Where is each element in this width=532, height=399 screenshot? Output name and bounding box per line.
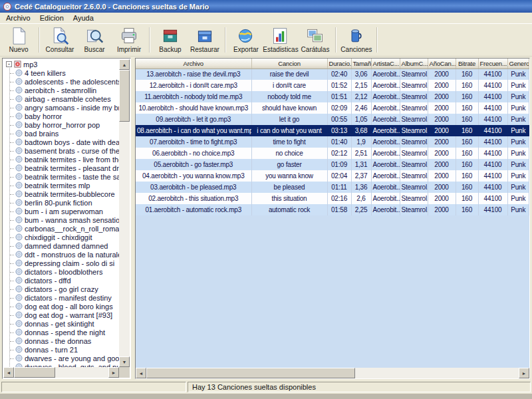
- toolbar-button-buscar[interactable]: Buscar: [77, 25, 112, 55]
- tree-item[interactable]: airbag - ensamble cohetes: [5, 94, 119, 103]
- cell-ano: 2000: [428, 125, 456, 136]
- tree-item[interactable]: chixdiggit - chixdiggit: [5, 233, 119, 241]
- tree-item[interactable]: dictators - bloodblothers: [5, 267, 119, 276]
- table-row[interactable]: 02.aerobitch - this situation.mp3 this s…: [136, 193, 529, 204]
- tree-horizontal-scrollbar[interactable]: ◄ ►: [3, 367, 119, 378]
- tree-item[interactable]: baby horror_horror pop: [5, 120, 119, 129]
- cell-artista: Aoerobit...: [371, 193, 400, 204]
- column-header[interactable]: Frecuen...: [478, 59, 507, 68]
- table-horizontal-scrollbar[interactable]: ◄ ►: [136, 368, 529, 378]
- scroll-right-icon[interactable]: ►: [108, 367, 119, 378]
- table-row[interactable]: 05.aerobitch - go faster.mp3 go faster 0…: [136, 159, 529, 170]
- table-row[interactable]: 03.aerobitch - be pleased.mp3 be pleased…: [136, 182, 529, 193]
- scroll-up-icon[interactable]: ▲: [119, 59, 130, 70]
- table-row[interactable]: 11.aerobitch - nobody told me.mp3 nobody…: [136, 91, 529, 102]
- tree-item[interactable]: bum - i am superwoman: [5, 207, 119, 215]
- tree-item[interactable]: badtown boys - date with death: [5, 138, 119, 146]
- toolbar-button-restaurar[interactable]: Restaurar: [188, 25, 222, 55]
- toolbar-button-caratulas[interactable]: Carátulas: [298, 25, 332, 55]
- tree-item-label: donnas - turn 21: [25, 346, 78, 354]
- titlebar[interactable]: Cedé Catalogueitor 2.6.0.0 - Canciones s…: [0, 0, 532, 13]
- tree-item[interactable]: beatnik termites - pleasant dreams: [5, 164, 119, 172]
- tree-item[interactable]: basement brats - curse of the brat: [5, 146, 119, 155]
- column-header-label: Duracio...: [329, 60, 352, 67]
- toolbar-button-backup[interactable]: Backup: [153, 25, 188, 55]
- table-row[interactable]: 04.aerobitch - you wanna know.mp3 you wa…: [136, 170, 529, 182]
- tree-item[interactable]: ddt - monstruos de la naturaleza: [5, 250, 119, 259]
- tree-item-label: dictators - dffd: [25, 277, 71, 285]
- menu-edicion[interactable]: Edicion: [35, 13, 68, 23]
- tree-item[interactable]: dictators - dffd: [5, 276, 119, 285]
- column-header[interactable]: Archivo: [136, 59, 251, 68]
- cell-genero: Punk: [507, 68, 529, 80]
- tree-item[interactable]: aerobitch - steamrollin: [5, 86, 119, 94]
- tree-item[interactable]: angry samoans - inside my brain: [5, 103, 119, 112]
- tree-item[interactable]: dictators - go girl crazy: [5, 285, 119, 293]
- mug-icon: [347, 27, 366, 45]
- column-header[interactable]: Genero: [507, 59, 529, 68]
- tree-root-item[interactable]: - mp3: [5, 60, 119, 68]
- status-text: Hay 13 Canciones sueltas disponibles: [192, 383, 316, 391]
- scroll-left-icon[interactable]: ◄: [136, 368, 146, 378]
- tree-item[interactable]: berlin 80-punk fiction: [5, 198, 119, 207]
- tree-item[interactable]: beatnik termites mlp: [5, 181, 119, 190]
- tree-item[interactable]: damned damned damned: [5, 241, 119, 250]
- tree-vertical-scrollbar[interactable]: ▲ ▼: [119, 59, 130, 367]
- tree-item[interactable]: bad brains: [5, 129, 119, 138]
- tree-item[interactable]: dog eat dog - all boro kings: [5, 302, 119, 311]
- tree-item[interactable]: beatnik termites - live from the orif: [5, 155, 119, 164]
- column-header[interactable]: Tamaño...: [351, 59, 371, 68]
- column-header[interactable]: Duracio...: [327, 59, 351, 68]
- cell-duracion: 03:13: [327, 125, 351, 136]
- table-row[interactable]: 07.aerobitch - time to fight.mp3 time to…: [136, 136, 529, 148]
- table-row[interactable]: 12.aerobitch - i don#t care.mp3 i don#t …: [136, 80, 529, 91]
- tree-hscroll-thumb[interactable]: [14, 367, 55, 378]
- tree-item[interactable]: dictators - manifest destiny: [5, 293, 119, 302]
- table-row[interactable]: 08.aerobitch - i can do what you want.mp…: [136, 125, 529, 136]
- toolbar-button-canciones[interactable]: Canciones: [339, 25, 374, 55]
- tree-item[interactable]: donnas - get skintight: [5, 319, 119, 328]
- table-row[interactable]: 09.aerobitch - let it go.mp3 let it go 0…: [136, 114, 529, 125]
- column-header[interactable]: AlbumC...: [400, 59, 428, 68]
- scroll-right-icon[interactable]: ►: [519, 368, 529, 378]
- table-row[interactable]: 10.aerobitch - should have known.mp3 sho…: [136, 102, 529, 114]
- column-header[interactable]: Cancion: [251, 59, 327, 68]
- tree-item[interactable]: baby horror: [5, 112, 119, 120]
- tree-item[interactable]: beatnik termites - taste the sand: [5, 172, 119, 181]
- table-hscroll-thumb[interactable]: [146, 368, 355, 378]
- table-hscroll-track[interactable]: [146, 368, 519, 378]
- tree-vscroll-track[interactable]: [119, 70, 130, 356]
- tree-item[interactable]: donnas - spend the night: [5, 328, 119, 336]
- menu-ayuda[interactable]: Ayuda: [68, 13, 98, 23]
- scroll-down-icon[interactable]: ▼: [119, 356, 130, 367]
- tree-hscroll-track[interactable]: [14, 367, 108, 378]
- tree-item[interactable]: carbonas__rock_n_roll_romance: [5, 224, 119, 233]
- tree-item[interactable]: depressing claim - solo di si: [5, 259, 119, 267]
- tree-item[interactable]: adolescents - the adolescents-19: [5, 77, 119, 86]
- column-header[interactable]: ArtistaC...: [371, 59, 400, 68]
- tree-item[interactable]: donnas - turn 21: [5, 345, 119, 354]
- tree-item[interactable]: donnas - the donnas: [5, 336, 119, 345]
- cell-frecuencia: 44100: [478, 80, 507, 91]
- tree-item[interactable]: dog eat dog - warrant [#93]: [5, 311, 119, 319]
- table-row[interactable]: 01.aerobitch - automatic rock.mp3 automa…: [136, 204, 529, 215]
- table-row[interactable]: 06.aerobitch - no choice.mp3 no choice 0…: [136, 148, 529, 159]
- menu-archivo[interactable]: Archivo: [1, 13, 35, 23]
- tree-item[interactable]: 4 teen killers: [5, 68, 119, 77]
- toolbar-button-exportar[interactable]: Exportar: [229, 25, 263, 55]
- toolbar-separator: [39, 27, 40, 53]
- tree-item[interactable]: bum - wanna smash sensation: [5, 215, 119, 224]
- toolbar-button-estadisticas[interactable]: Estadisticas: [263, 25, 298, 55]
- toolbar-button-imprimir[interactable]: Imprimir: [112, 25, 146, 55]
- tree-item[interactable]: dwarves - blood, guts, and pussy: [5, 362, 119, 367]
- column-header[interactable]: AñoCan...: [428, 59, 456, 68]
- tree-vscroll-thumb[interactable]: [119, 70, 130, 122]
- column-header[interactable]: Bitrate: [456, 59, 478, 68]
- tree-item[interactable]: dwarves - are young and good loo: [5, 354, 119, 362]
- toolbar-button-nuevo[interactable]: Nuevo: [1, 25, 36, 55]
- toolbar-button-consultar[interactable]: Consultar: [43, 25, 77, 55]
- tree-item[interactable]: beatnik termites-bubblecore: [5, 190, 119, 198]
- disc-icon: [15, 207, 23, 215]
- table-row[interactable]: 13.aerobitch - raise the devil.mp3 raise…: [136, 68, 529, 80]
- scroll-left-icon[interactable]: ◄: [3, 367, 14, 378]
